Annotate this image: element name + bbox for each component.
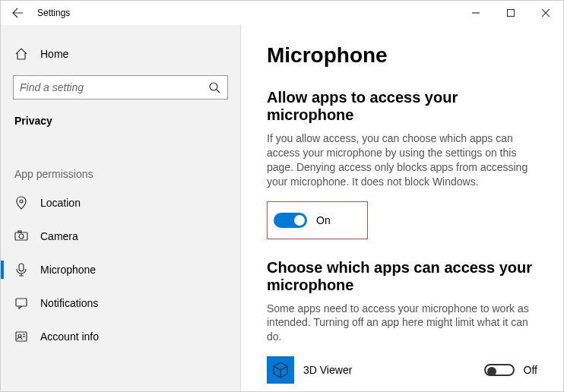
home-icon [14, 47, 28, 61]
main-content: Microphone Allow apps to access your mic… [241, 25, 563, 391]
svg-line-5 [217, 90, 220, 93]
svg-rect-11 [16, 299, 27, 306]
home-link[interactable]: Home [1, 39, 240, 69]
titlebar: Settings [1, 1, 563, 25]
sidebar-item-location[interactable]: Location [1, 186, 240, 220]
sidebar-item-notifications[interactable]: Notifications [1, 286, 240, 320]
highlight-box: On [267, 201, 368, 239]
svg-rect-10 [19, 264, 24, 271]
allow-access-toggle-row: On [274, 213, 331, 228]
sidebar: Home Privacy App permissions Location Ca… [1, 25, 241, 391]
section2-title: Choose which apps can access your microp… [267, 259, 537, 294]
home-label: Home [40, 48, 68, 60]
location-icon [14, 196, 28, 210]
svg-rect-9 [18, 231, 21, 232]
app-icon-3d-viewer [267, 356, 294, 384]
svg-point-13 [18, 334, 21, 337]
allow-access-toggle[interactable] [274, 213, 307, 228]
section2-description: Some apps need to access your microphone… [267, 302, 537, 345]
sidebar-item-label: Notifications [40, 297, 98, 309]
category-label: Privacy [1, 109, 240, 127]
close-button[interactable] [528, 1, 563, 25]
sidebar-item-label: Account info [40, 330, 99, 343]
search-icon [208, 81, 221, 94]
app-toggle[interactable] [484, 364, 515, 376]
sidebar-item-label: Camera [40, 230, 78, 242]
sidebar-item-camera[interactable]: Camera [1, 220, 240, 253]
section1-title: Allow apps to access your microphone [267, 89, 537, 124]
account-icon [14, 330, 28, 343]
notifications-icon [14, 296, 28, 310]
section1-description: If you allow access, you can choose whic… [267, 131, 537, 189]
search-input[interactable] [20, 81, 208, 93]
svg-rect-1 [508, 10, 515, 17]
svg-point-8 [19, 234, 24, 239]
window-title: Settings [37, 8, 70, 18]
toggle-state-label: On [316, 214, 331, 226]
app-row: 3D Viewer Off [267, 356, 537, 384]
sidebar-item-label: Location [40, 197, 81, 209]
microphone-icon [14, 263, 28, 277]
page-title: Microphone [267, 43, 537, 68]
section-label: App permissions [1, 127, 240, 186]
minimize-button[interactable] [458, 1, 493, 25]
sidebar-item-label: Microphone [40, 264, 96, 276]
svg-point-4 [210, 83, 217, 90]
search-box[interactable] [13, 75, 228, 100]
content: Home Privacy App permissions Location Ca… [1, 25, 563, 391]
camera-icon [14, 229, 28, 243]
arrow-left-icon [11, 7, 24, 19]
back-button[interactable] [1, 1, 34, 25]
maximize-button[interactable] [493, 1, 528, 25]
app-toggle-state: Off [524, 364, 537, 376]
sidebar-item-account-info[interactable]: Account info [1, 320, 240, 353]
window-controls [458, 1, 563, 25]
svg-point-6 [20, 200, 23, 203]
app-name: 3D Viewer [303, 364, 475, 376]
sidebar-item-microphone[interactable]: Microphone [1, 253, 240, 286]
